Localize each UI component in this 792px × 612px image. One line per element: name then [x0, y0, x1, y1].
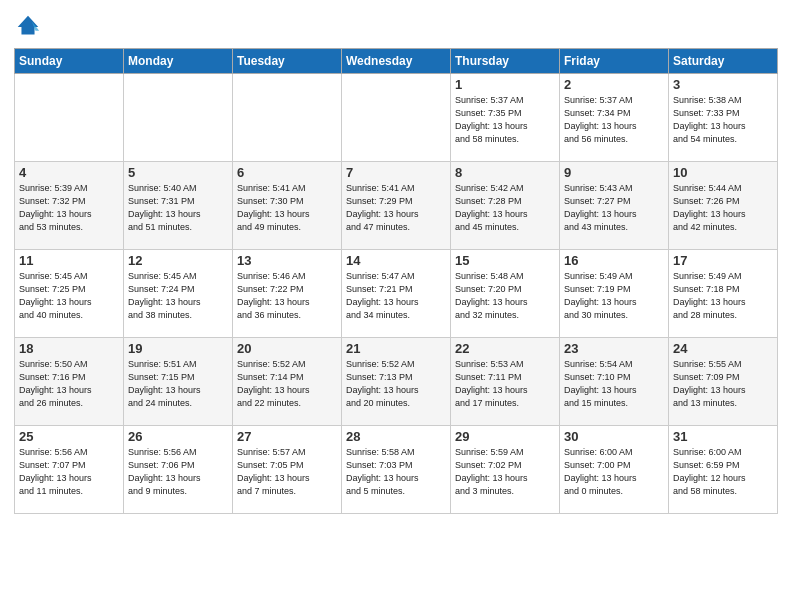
calendar-week-row: 25Sunrise: 5:56 AM Sunset: 7:07 PM Dayli…	[15, 426, 778, 514]
day-info: Sunrise: 5:46 AM Sunset: 7:22 PM Dayligh…	[237, 270, 337, 322]
day-number: 14	[346, 253, 446, 268]
header-row: SundayMondayTuesdayWednesdayThursdayFrid…	[15, 49, 778, 74]
calendar-cell: 9Sunrise: 5:43 AM Sunset: 7:27 PM Daylig…	[560, 162, 669, 250]
weekday-header: Wednesday	[342, 49, 451, 74]
weekday-header: Saturday	[669, 49, 778, 74]
day-info: Sunrise: 5:40 AM Sunset: 7:31 PM Dayligh…	[128, 182, 228, 234]
day-number: 10	[673, 165, 773, 180]
day-info: Sunrise: 5:50 AM Sunset: 7:16 PM Dayligh…	[19, 358, 119, 410]
calendar-cell: 29Sunrise: 5:59 AM Sunset: 7:02 PM Dayli…	[451, 426, 560, 514]
day-number: 16	[564, 253, 664, 268]
day-info: Sunrise: 5:39 AM Sunset: 7:32 PM Dayligh…	[19, 182, 119, 234]
day-number: 6	[237, 165, 337, 180]
day-info: Sunrise: 5:45 AM Sunset: 7:24 PM Dayligh…	[128, 270, 228, 322]
weekday-header: Friday	[560, 49, 669, 74]
calendar-cell: 22Sunrise: 5:53 AM Sunset: 7:11 PM Dayli…	[451, 338, 560, 426]
day-number: 15	[455, 253, 555, 268]
logo-icon	[14, 14, 42, 42]
day-info: Sunrise: 5:41 AM Sunset: 7:29 PM Dayligh…	[346, 182, 446, 234]
day-info: Sunrise: 6:00 AM Sunset: 6:59 PM Dayligh…	[673, 446, 773, 498]
day-number: 3	[673, 77, 773, 92]
calendar-table: SundayMondayTuesdayWednesdayThursdayFrid…	[14, 48, 778, 514]
svg-marker-0	[18, 16, 39, 35]
day-number: 22	[455, 341, 555, 356]
day-number: 17	[673, 253, 773, 268]
calendar-cell: 28Sunrise: 5:58 AM Sunset: 7:03 PM Dayli…	[342, 426, 451, 514]
day-number: 19	[128, 341, 228, 356]
day-info: Sunrise: 5:54 AM Sunset: 7:10 PM Dayligh…	[564, 358, 664, 410]
day-info: Sunrise: 5:49 AM Sunset: 7:19 PM Dayligh…	[564, 270, 664, 322]
calendar-cell: 21Sunrise: 5:52 AM Sunset: 7:13 PM Dayli…	[342, 338, 451, 426]
page-container: SundayMondayTuesdayWednesdayThursdayFrid…	[0, 0, 792, 520]
calendar-cell: 4Sunrise: 5:39 AM Sunset: 7:32 PM Daylig…	[15, 162, 124, 250]
day-number: 13	[237, 253, 337, 268]
day-number: 20	[237, 341, 337, 356]
day-number: 1	[455, 77, 555, 92]
day-number: 12	[128, 253, 228, 268]
day-info: Sunrise: 5:57 AM Sunset: 7:05 PM Dayligh…	[237, 446, 337, 498]
day-info: Sunrise: 5:45 AM Sunset: 7:25 PM Dayligh…	[19, 270, 119, 322]
day-info: Sunrise: 5:55 AM Sunset: 7:09 PM Dayligh…	[673, 358, 773, 410]
calendar-cell: 8Sunrise: 5:42 AM Sunset: 7:28 PM Daylig…	[451, 162, 560, 250]
day-number: 23	[564, 341, 664, 356]
calendar-cell	[124, 74, 233, 162]
calendar-cell: 25Sunrise: 5:56 AM Sunset: 7:07 PM Dayli…	[15, 426, 124, 514]
day-number: 24	[673, 341, 773, 356]
calendar-cell: 5Sunrise: 5:40 AM Sunset: 7:31 PM Daylig…	[124, 162, 233, 250]
calendar-cell: 31Sunrise: 6:00 AM Sunset: 6:59 PM Dayli…	[669, 426, 778, 514]
day-info: Sunrise: 5:42 AM Sunset: 7:28 PM Dayligh…	[455, 182, 555, 234]
calendar-cell	[342, 74, 451, 162]
calendar-cell: 2Sunrise: 5:37 AM Sunset: 7:34 PM Daylig…	[560, 74, 669, 162]
day-info: Sunrise: 5:47 AM Sunset: 7:21 PM Dayligh…	[346, 270, 446, 322]
weekday-header: Thursday	[451, 49, 560, 74]
header	[14, 10, 778, 42]
calendar-cell: 12Sunrise: 5:45 AM Sunset: 7:24 PM Dayli…	[124, 250, 233, 338]
day-number: 8	[455, 165, 555, 180]
day-info: Sunrise: 5:48 AM Sunset: 7:20 PM Dayligh…	[455, 270, 555, 322]
day-info: Sunrise: 5:38 AM Sunset: 7:33 PM Dayligh…	[673, 94, 773, 146]
day-info: Sunrise: 5:59 AM Sunset: 7:02 PM Dayligh…	[455, 446, 555, 498]
day-number: 21	[346, 341, 446, 356]
calendar-week-row: 4Sunrise: 5:39 AM Sunset: 7:32 PM Daylig…	[15, 162, 778, 250]
calendar-header: SundayMondayTuesdayWednesdayThursdayFrid…	[15, 49, 778, 74]
day-info: Sunrise: 5:49 AM Sunset: 7:18 PM Dayligh…	[673, 270, 773, 322]
day-number: 25	[19, 429, 119, 444]
day-info: Sunrise: 5:58 AM Sunset: 7:03 PM Dayligh…	[346, 446, 446, 498]
day-number: 28	[346, 429, 446, 444]
calendar-cell: 10Sunrise: 5:44 AM Sunset: 7:26 PM Dayli…	[669, 162, 778, 250]
calendar-cell: 11Sunrise: 5:45 AM Sunset: 7:25 PM Dayli…	[15, 250, 124, 338]
day-info: Sunrise: 6:00 AM Sunset: 7:00 PM Dayligh…	[564, 446, 664, 498]
calendar-cell: 23Sunrise: 5:54 AM Sunset: 7:10 PM Dayli…	[560, 338, 669, 426]
day-number: 7	[346, 165, 446, 180]
calendar-cell: 18Sunrise: 5:50 AM Sunset: 7:16 PM Dayli…	[15, 338, 124, 426]
day-info: Sunrise: 5:52 AM Sunset: 7:13 PM Dayligh…	[346, 358, 446, 410]
day-number: 11	[19, 253, 119, 268]
calendar-week-row: 1Sunrise: 5:37 AM Sunset: 7:35 PM Daylig…	[15, 74, 778, 162]
day-info: Sunrise: 5:53 AM Sunset: 7:11 PM Dayligh…	[455, 358, 555, 410]
day-info: Sunrise: 5:56 AM Sunset: 7:06 PM Dayligh…	[128, 446, 228, 498]
weekday-header: Monday	[124, 49, 233, 74]
calendar-cell: 1Sunrise: 5:37 AM Sunset: 7:35 PM Daylig…	[451, 74, 560, 162]
day-number: 5	[128, 165, 228, 180]
calendar-body: 1Sunrise: 5:37 AM Sunset: 7:35 PM Daylig…	[15, 74, 778, 514]
calendar-cell	[15, 74, 124, 162]
day-info: Sunrise: 5:56 AM Sunset: 7:07 PM Dayligh…	[19, 446, 119, 498]
day-number: 30	[564, 429, 664, 444]
day-number: 4	[19, 165, 119, 180]
calendar-cell: 3Sunrise: 5:38 AM Sunset: 7:33 PM Daylig…	[669, 74, 778, 162]
day-info: Sunrise: 5:43 AM Sunset: 7:27 PM Dayligh…	[564, 182, 664, 234]
weekday-header: Sunday	[15, 49, 124, 74]
day-info: Sunrise: 5:51 AM Sunset: 7:15 PM Dayligh…	[128, 358, 228, 410]
day-info: Sunrise: 5:41 AM Sunset: 7:30 PM Dayligh…	[237, 182, 337, 234]
calendar-cell: 20Sunrise: 5:52 AM Sunset: 7:14 PM Dayli…	[233, 338, 342, 426]
logo	[14, 14, 46, 42]
day-number: 9	[564, 165, 664, 180]
calendar-cell: 15Sunrise: 5:48 AM Sunset: 7:20 PM Dayli…	[451, 250, 560, 338]
calendar-cell: 27Sunrise: 5:57 AM Sunset: 7:05 PM Dayli…	[233, 426, 342, 514]
calendar-cell: 24Sunrise: 5:55 AM Sunset: 7:09 PM Dayli…	[669, 338, 778, 426]
calendar-cell: 6Sunrise: 5:41 AM Sunset: 7:30 PM Daylig…	[233, 162, 342, 250]
calendar-cell: 16Sunrise: 5:49 AM Sunset: 7:19 PM Dayli…	[560, 250, 669, 338]
calendar-cell: 19Sunrise: 5:51 AM Sunset: 7:15 PM Dayli…	[124, 338, 233, 426]
day-info: Sunrise: 5:37 AM Sunset: 7:34 PM Dayligh…	[564, 94, 664, 146]
day-number: 27	[237, 429, 337, 444]
